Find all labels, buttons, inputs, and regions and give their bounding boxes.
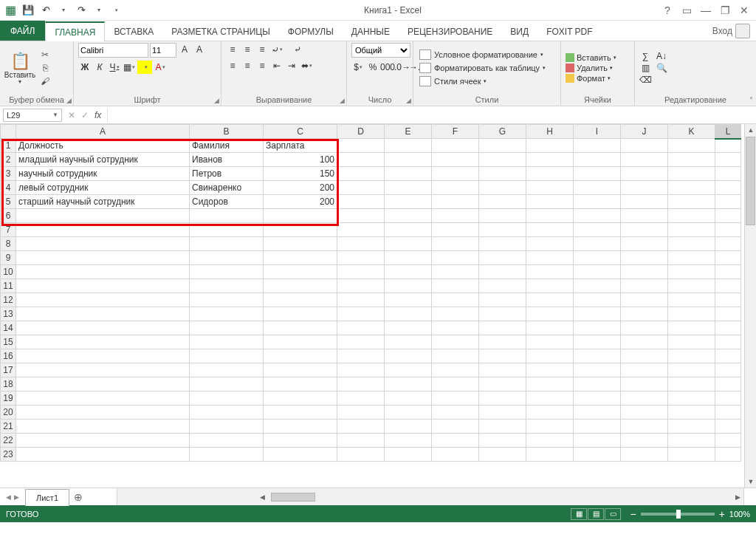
- cell[interactable]: [337, 181, 385, 195]
- undo-more-icon[interactable]: ▼: [56, 3, 71, 18]
- sign-in-button[interactable]: Вход: [707, 21, 756, 41]
- cell[interactable]: [526, 406, 574, 420]
- cell[interactable]: [668, 391, 715, 406]
- tab-вставка[interactable]: ВСТАВКА: [105, 21, 162, 41]
- cell[interactable]: [385, 195, 432, 209]
- cell[interactable]: [526, 377, 574, 391]
- scroll-up-icon[interactable]: ▲: [745, 124, 756, 136]
- italic-button[interactable]: К: [93, 61, 106, 74]
- cell[interactable]: [16, 223, 190, 237]
- cell[interactable]: [432, 434, 479, 448]
- column-header[interactable]: B: [190, 125, 264, 139]
- align-middle-icon[interactable]: ≡: [241, 43, 254, 56]
- enter-formula-icon[interactable]: ✓: [81, 110, 89, 120]
- tab-данные[interactable]: ДАННЫЕ: [343, 21, 399, 41]
- cell[interactable]: 100: [264, 153, 337, 167]
- cell[interactable]: [432, 223, 479, 237]
- cell[interactable]: [16, 237, 190, 251]
- cell[interactable]: [479, 321, 526, 335]
- font-name-input[interactable]: [78, 43, 148, 58]
- row-header[interactable]: 2: [1, 153, 16, 167]
- cell[interactable]: [526, 223, 574, 237]
- cell[interactable]: [432, 139, 479, 153]
- cell[interactable]: [385, 335, 432, 349]
- cell[interactable]: 200: [264, 181, 337, 195]
- cell[interactable]: [526, 181, 574, 195]
- cell[interactable]: [16, 406, 190, 420]
- align-top-icon[interactable]: ≡: [226, 43, 239, 56]
- cell[interactable]: [432, 377, 479, 391]
- cell[interactable]: [668, 251, 715, 265]
- cell[interactable]: [526, 251, 574, 265]
- save-icon[interactable]: 💾: [21, 3, 35, 18]
- cell[interactable]: [432, 237, 479, 251]
- cell[interactable]: [715, 167, 741, 181]
- row-header[interactable]: 15: [1, 335, 16, 349]
- cell[interactable]: [621, 237, 668, 251]
- cancel-formula-icon[interactable]: ✕: [68, 110, 75, 120]
- tab-file[interactable]: ФАЙЛ: [0, 21, 45, 41]
- cell[interactable]: Петров: [190, 167, 264, 181]
- tab-вид[interactable]: ВИД: [501, 21, 537, 41]
- cell[interactable]: [337, 349, 385, 363]
- scroll-down-icon[interactable]: ▼: [745, 476, 756, 488]
- cell[interactable]: [264, 265, 337, 279]
- cell[interactable]: [574, 167, 621, 181]
- cell[interactable]: [264, 279, 337, 293]
- collapse-ribbon-icon[interactable]: ˄: [749, 96, 753, 104]
- cell[interactable]: [621, 377, 668, 391]
- cell[interactable]: [432, 406, 479, 420]
- minimize-button[interactable]: —: [697, 3, 715, 18]
- cell[interactable]: [432, 265, 479, 279]
- cell-styles-button[interactable]: Стили ячеек▾: [418, 75, 547, 87]
- cell[interactable]: Зарплата: [264, 139, 337, 153]
- cell[interactable]: [715, 377, 741, 391]
- cell[interactable]: [432, 251, 479, 265]
- cell[interactable]: [621, 153, 668, 167]
- redo-more-icon[interactable]: ▼: [92, 3, 106, 18]
- cell[interactable]: [715, 139, 741, 153]
- cell[interactable]: [264, 391, 337, 406]
- cell[interactable]: [264, 434, 337, 448]
- cell[interactable]: [715, 181, 741, 195]
- cell[interactable]: [668, 349, 715, 363]
- cell[interactable]: [16, 391, 190, 406]
- row-header[interactable]: 10: [1, 265, 16, 279]
- cell[interactable]: [574, 237, 621, 251]
- cell[interactable]: [432, 420, 479, 434]
- cell[interactable]: [264, 377, 337, 391]
- cell[interactable]: [264, 349, 337, 363]
- restore-button[interactable]: ❐: [716, 3, 734, 18]
- cell[interactable]: [16, 335, 190, 349]
- cell[interactable]: [479, 251, 526, 265]
- cell[interactable]: [432, 307, 479, 321]
- cell[interactable]: [526, 237, 574, 251]
- row-header[interactable]: 1: [1, 139, 16, 153]
- number-launcher-icon[interactable]: ◢: [406, 97, 411, 104]
- cell[interactable]: [715, 153, 741, 167]
- cell[interactable]: [574, 251, 621, 265]
- cell[interactable]: [526, 195, 574, 209]
- cell[interactable]: [621, 279, 668, 293]
- cell[interactable]: Фамилия: [190, 139, 264, 153]
- cell[interactable]: [621, 167, 668, 181]
- column-header[interactable]: D: [337, 125, 385, 139]
- cell[interactable]: [526, 167, 574, 181]
- cell[interactable]: [264, 420, 337, 434]
- cell[interactable]: [190, 420, 264, 434]
- cell[interactable]: [715, 349, 741, 363]
- cell[interactable]: [715, 195, 741, 209]
- cell[interactable]: [526, 349, 574, 363]
- cell[interactable]: Свинаренко: [190, 181, 264, 195]
- cell[interactable]: левый сотрудник: [16, 181, 190, 195]
- scrollbar-thumb[interactable]: [271, 493, 315, 502]
- cell[interactable]: [16, 363, 190, 377]
- cell[interactable]: [190, 279, 264, 293]
- cell[interactable]: [385, 307, 432, 321]
- cell[interactable]: [715, 279, 741, 293]
- cell[interactable]: [264, 448, 337, 462]
- cell[interactable]: [337, 406, 385, 420]
- cell[interactable]: [479, 181, 526, 195]
- cell[interactable]: [16, 434, 190, 448]
- formula-input[interactable]: [107, 109, 753, 122]
